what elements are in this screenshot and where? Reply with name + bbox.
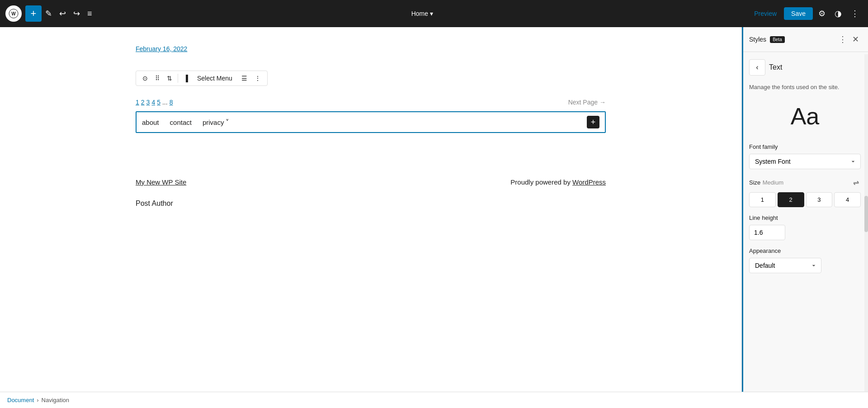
size-btn-2[interactable]: 2 [778, 192, 804, 207]
nav-block-drag-handle[interactable]: ⠿ [152, 73, 162, 84]
font-family-label: Font family [749, 143, 861, 150]
page-1[interactable]: 1 [136, 99, 139, 106]
home-label: Home [411, 10, 428, 17]
next-arrow-icon: → [599, 99, 606, 106]
nav-menu-bar: about contact privacy ˅ + [136, 111, 606, 133]
powered-by: Proudly powered by WordPress [510, 178, 606, 186]
size-controls-icon-button[interactable]: ⇌ [851, 176, 861, 189]
site-name-link[interactable]: My New WP Site [136, 178, 186, 186]
size-row: Size Medium ⇌ [749, 176, 861, 189]
edit-tool-button[interactable]: ✎ [42, 6, 56, 21]
nav-item-about[interactable]: about [142, 118, 159, 126]
toolbar-center: Home ▾ [96, 7, 749, 20]
bottom-statusbar: Document › Navigation [0, 392, 868, 408]
panel-header-left: Styles Beta [749, 36, 785, 43]
panel-body: ‹ Text Manage the fonts used on the site… [742, 52, 868, 408]
page-5[interactable]: 5 [157, 99, 160, 106]
editor-area: February 16, 2022 ⊙ ⠿ ⇅ ▐ Select Menu ☰ … [0, 27, 741, 408]
size-row-left: Size Medium [749, 178, 783, 186]
panel-section-title: Text [769, 63, 782, 71]
undo-button[interactable]: ↩ [56, 6, 70, 21]
size-btn-3[interactable]: 3 [806, 192, 833, 207]
settings-icon-button[interactable]: ⚙ [815, 6, 829, 21]
toolbar-separator [178, 74, 178, 83]
font-preview-text: Aa [791, 103, 820, 129]
panel-close-button[interactable]: ✕ [850, 33, 861, 46]
nav-item-contact[interactable]: contact [170, 118, 192, 126]
navigation-label: Navigation [42, 397, 69, 403]
line-height-field: Line height [749, 214, 861, 240]
site-footer: My New WP Site Proudly powered by WordPr… [136, 151, 606, 199]
nav-block-settings-button[interactable]: ⊙ [140, 73, 151, 84]
document-link[interactable]: Document [7, 397, 34, 403]
appearance-select[interactable]: Default Normal Bold [749, 258, 821, 273]
page-2[interactable]: 2 [141, 99, 145, 106]
appearance-label: Appearance [749, 247, 861, 254]
powered-text: Proudly powered by [510, 178, 571, 186]
nav-item-privacy[interactable]: privacy ˅ [203, 118, 230, 126]
nav-block-more-button[interactable]: ⋮ [252, 73, 264, 84]
size-buttons: 1 2 3 4 [749, 192, 861, 207]
svg-text:W: W [11, 11, 16, 16]
nav-add-item-button[interactable]: + [587, 116, 599, 128]
nav-block-wrapper: ⊙ ⠿ ⇅ ▐ Select Menu ☰ ⋮ 1 2 3 4 [136, 71, 606, 133]
font-family-field: Font family System Font Arial Georgia [749, 143, 861, 169]
page-4[interactable]: 4 [151, 99, 155, 106]
styles-panel: Styles Beta ⋮ ✕ ‹ Text Manage the fonts … [741, 27, 868, 408]
add-block-button[interactable]: + [25, 5, 42, 22]
size-label: Size [749, 179, 760, 186]
panel-header: Styles Beta ⋮ ✕ [742, 27, 868, 52]
nav-block-justify-button[interactable]: ▐ [181, 73, 191, 84]
size-btn-1[interactable]: 1 [749, 192, 776, 207]
main-layout: February 16, 2022 ⊙ ⠿ ⇅ ▐ Select Menu ☰ … [0, 27, 868, 408]
page-8[interactable]: 8 [170, 99, 173, 106]
size-btn-4[interactable]: 4 [834, 192, 861, 207]
nav-block-toolbar: ⊙ ⠿ ⇅ ▐ Select Menu ☰ ⋮ [136, 71, 268, 86]
size-value: Medium [763, 179, 783, 186]
select-menu-button[interactable]: Select Menu [193, 73, 237, 84]
styles-label: Styles [749, 36, 766, 43]
font-family-select[interactable]: System Font Arial Georgia [749, 154, 861, 169]
redo-button[interactable]: ↪ [70, 6, 84, 21]
panel-nav: ‹ Text [749, 59, 861, 76]
page-ellipsis: ... [162, 99, 168, 106]
chevron-icon: ˅ [226, 118, 229, 126]
theme-toggle-button[interactable]: ◑ [831, 6, 845, 21]
appearance-field: Appearance Default Normal Bold [749, 247, 861, 273]
line-height-label: Line height [749, 214, 861, 221]
home-breadcrumb-button[interactable]: Home ▾ [406, 7, 439, 20]
editor-content: February 16, 2022 ⊙ ⠿ ⇅ ▐ Select Menu ☰ … [99, 45, 642, 208]
post-author-label: Post Author [136, 199, 606, 208]
top-toolbar: W + ✎ ↩ ↪ ≡ Home ▾ Preview Save ⚙ ◑ ⋮ [0, 0, 868, 27]
save-button[interactable]: Save [784, 7, 813, 20]
breadcrumb-chevron: › [37, 397, 38, 403]
panel-back-button[interactable]: ‹ [749, 59, 765, 76]
toolbar-right: Preview Save ⚙ ◑ ⋮ [749, 6, 863, 21]
panel-more-button[interactable]: ⋮ [837, 33, 849, 46]
next-page-link[interactable]: Next Page → [568, 99, 606, 106]
line-height-input[interactable] [749, 225, 785, 240]
preview-button[interactable]: Preview [749, 7, 782, 20]
nav-block-align-button[interactable]: ☰ [239, 73, 250, 84]
panel-description: Manage the fonts used on the site. [749, 83, 861, 92]
chevron-down-icon: ▾ [430, 10, 433, 17]
scrollbar-thumb[interactable] [864, 196, 868, 232]
more-options-button[interactable]: ⋮ [847, 6, 863, 21]
scrollbar-track [864, 54, 868, 408]
pagination-area: 1 2 3 4 5 ... 8 Next Page → [136, 95, 606, 109]
font-preview: Aa [749, 103, 861, 130]
panel-header-actions: ⋮ ✕ [837, 33, 861, 46]
beta-badge: Beta [770, 36, 785, 43]
post-date[interactable]: February 16, 2022 [136, 45, 606, 52]
next-page-label: Next Page [568, 99, 598, 106]
nav-block-move-button[interactable]: ⇅ [164, 73, 175, 84]
pagination-numbers: 1 2 3 4 5 ... 8 [136, 99, 173, 106]
wp-logo: W [5, 5, 22, 22]
page-3[interactable]: 3 [146, 99, 150, 106]
nav-menu-items: about contact privacy ˅ [142, 118, 587, 126]
wordpress-link[interactable]: WordPress [572, 178, 606, 186]
list-view-button[interactable]: ≡ [84, 6, 96, 21]
